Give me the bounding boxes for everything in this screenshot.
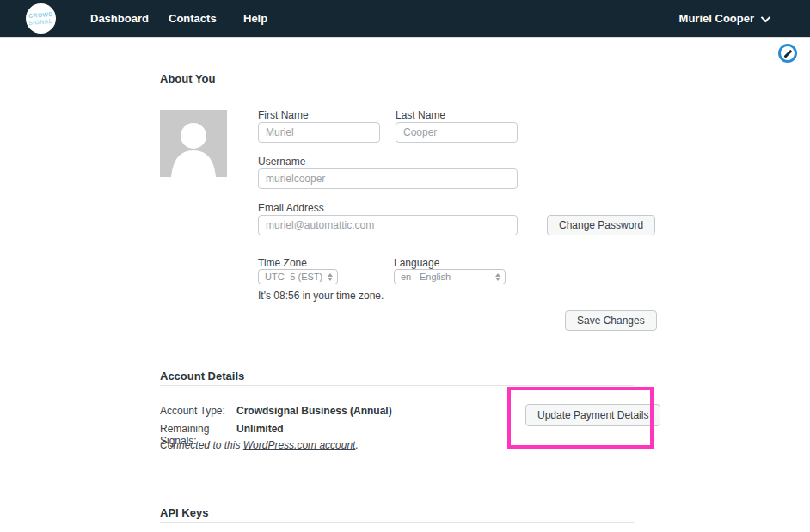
section-divider bbox=[160, 89, 634, 89]
crowdsignal-logo[interactable]: CROWD SIGNAL bbox=[26, 3, 56, 34]
avatar[interactable] bbox=[160, 110, 227, 177]
account-settings-page: CROWD SIGNAL Dashboard Contacts Help Mur… bbox=[0, 0, 810, 532]
last-name-input[interactable] bbox=[396, 122, 518, 143]
last-name-label: Last Name bbox=[396, 109, 445, 121]
wordpress-account-link[interactable]: WordPress.com account bbox=[243, 439, 356, 451]
user-menu[interactable]: Muriel Cooper bbox=[679, 0, 768, 37]
select-arrows-icon bbox=[495, 273, 500, 281]
time-zone-select[interactable]: UTC -5 (EST) bbox=[258, 269, 338, 284]
account-type-row: Account Type: Crowdsignal Business (Annu… bbox=[160, 405, 392, 417]
top-navbar: CROWD SIGNAL Dashboard Contacts Help Mur… bbox=[0, 0, 810, 37]
account-type-label: Account Type: bbox=[160, 405, 236, 417]
time-zone-value: UTC -5 (EST) bbox=[265, 272, 322, 282]
api-keys-heading: API Keys bbox=[160, 506, 208, 519]
first-name-input[interactable] bbox=[258, 122, 380, 143]
save-changes-button[interactable]: Save Changes bbox=[565, 310, 657, 331]
connected-note-prefix: Connected to this bbox=[160, 439, 243, 451]
section-divider bbox=[160, 385, 634, 386]
username-label: Username bbox=[258, 156, 305, 168]
pencil-icon bbox=[783, 49, 792, 58]
email-label: Email Address bbox=[258, 202, 324, 214]
connected-account-note: Connected to this WordPress.com account. bbox=[160, 439, 359, 451]
first-name-label: First Name bbox=[258, 109, 309, 121]
time-zone-label: Time Zone bbox=[258, 257, 307, 269]
language-label: Language bbox=[394, 257, 439, 269]
time-zone-note: It's 08:56 in your time zone. bbox=[258, 290, 384, 302]
connected-note-suffix: . bbox=[355, 439, 358, 451]
email-input[interactable] bbox=[258, 215, 518, 235]
language-value: en - English bbox=[401, 272, 451, 282]
nav-item-dashboard[interactable]: Dashboard bbox=[90, 0, 149, 37]
logo-text-line2: SIGNAL bbox=[28, 18, 53, 26]
account-type-value: Crowdsignal Business (Annual) bbox=[236, 405, 392, 417]
person-silhouette-icon bbox=[160, 110, 227, 177]
language-select[interactable]: en - English bbox=[394, 269, 506, 284]
feedback-edit-button[interactable] bbox=[778, 44, 797, 63]
section-divider bbox=[160, 522, 634, 523]
update-payment-details-button[interactable]: Update Payment Details bbox=[525, 404, 660, 426]
username-input[interactable] bbox=[258, 168, 518, 189]
change-password-button[interactable]: Change Password bbox=[547, 215, 655, 235]
user-menu-name: Muriel Cooper bbox=[679, 12, 754, 25]
nav-item-contacts[interactable]: Contacts bbox=[169, 0, 217, 37]
nav-item-help[interactable]: Help bbox=[243, 0, 267, 37]
select-arrows-icon bbox=[328, 273, 333, 281]
about-you-heading: About You bbox=[160, 72, 216, 85]
account-details-heading: Account Details bbox=[160, 370, 244, 382]
chevron-down-icon bbox=[761, 12, 770, 21]
